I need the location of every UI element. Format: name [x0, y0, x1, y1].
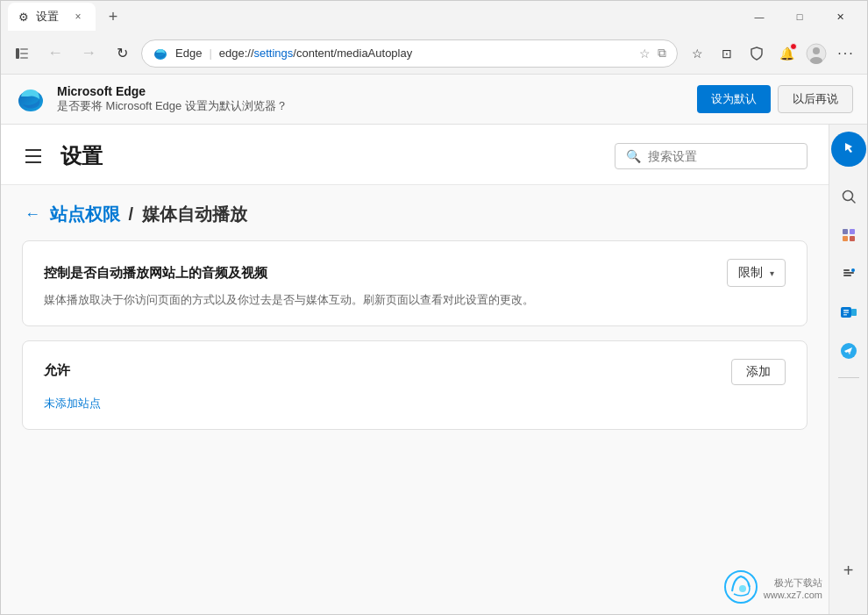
url-settings-part: settings: [254, 46, 294, 60]
sidebar-toggle-button[interactable]: [8, 39, 36, 68]
browser-essentials-button[interactable]: [743, 39, 771, 68]
bing-button[interactable]: [831, 132, 866, 167]
rp-add-button[interactable]: +: [833, 554, 864, 586]
address-url: edge://settings/content/mediaAutoplay: [219, 46, 412, 60]
svg-rect-22: [843, 312, 849, 314]
address-bar[interactable]: Edge | edge://settings/content/mediaAuto…: [141, 39, 678, 68]
breadcrumb: ← 站点权限 / 媒体自动播放: [1, 185, 829, 233]
notification-badge: [790, 43, 797, 50]
svg-rect-24: [851, 309, 857, 316]
svg-rect-12: [843, 229, 848, 234]
settings-tab[interactable]: ⚙ 设置 ×: [8, 3, 96, 31]
svg-rect-3: [20, 57, 28, 59]
rp-outlook-button[interactable]: [833, 297, 864, 328]
svg-rect-17: [843, 269, 850, 271]
notification-text: Microsoft Edge 是否要将 Microsoft Edge 设置为默认…: [57, 84, 687, 114]
card-header-row: 控制是否自动播放网站上的音频及视频 限制 ▾: [44, 259, 786, 287]
search-icon: 🔍: [626, 149, 641, 163]
breadcrumb-back-button[interactable]: ←: [22, 204, 43, 225]
edge-logo-large: [15, 83, 46, 115]
new-tab-button[interactable]: +: [101, 4, 125, 29]
later-button[interactable]: 以后再说: [778, 85, 853, 113]
right-panel-divider: [838, 377, 859, 378]
svg-point-7: [810, 57, 822, 64]
watermark-line1: 极光下载站: [764, 576, 822, 589]
back-button[interactable]: ←: [41, 39, 69, 68]
navbar: ← → ↻ Edge | edge://settings/content/med…: [1, 32, 867, 75]
control-card-title: 控制是否自动播放网站上的音频及视频: [44, 265, 267, 282]
shield-icon: [749, 46, 765, 61]
tab-close-button[interactable]: ×: [71, 10, 85, 24]
forward-button[interactable]: →: [75, 39, 103, 68]
tools-icon: [841, 266, 857, 282]
puzzle-icon: [841, 227, 857, 243]
breadcrumb-text: 站点权限 / 媒体自动播放: [50, 203, 247, 226]
refresh-button[interactable]: ↻: [108, 39, 136, 68]
outlook-icon: [840, 304, 857, 321]
set-default-button[interactable]: 设为默认: [697, 85, 771, 113]
favorite-icon[interactable]: ☆: [639, 46, 651, 61]
rp-extensions-button[interactable]: [833, 219, 864, 251]
svg-rect-23: [843, 314, 847, 316]
media-control-dropdown[interactable]: 限制 ▾: [727, 259, 786, 287]
content-area: 设置 🔍 ← 站点权限 / 媒体自动播放: [1, 125, 829, 614]
breadcrumb-parent-link[interactable]: 站点权限: [50, 204, 120, 224]
maximize-button[interactable]: □: [779, 1, 820, 32]
svg-point-6: [813, 47, 820, 54]
svg-point-27: [739, 585, 746, 592]
hamburger-menu[interactable]: [22, 144, 46, 168]
add-site-button[interactable]: 添加: [731, 359, 786, 385]
titlebar: ⚙ 设置 × + — □ ✕: [1, 1, 867, 32]
no-sites-message: 未添加站点: [44, 396, 786, 411]
split-view-icon[interactable]: ⧉: [658, 46, 666, 61]
notification-buttons: 设为默认 以后再说: [697, 85, 853, 113]
address-divider: |: [209, 46, 211, 60]
notification-banner: Microsoft Edge 是否要将 Microsoft Edge 设置为默认…: [1, 75, 867, 125]
rp-tools-button[interactable]: [833, 258, 864, 290]
svg-rect-13: [850, 229, 855, 234]
settings-title-area: 设置: [22, 142, 103, 170]
svg-rect-21: [843, 310, 849, 311]
svg-rect-0: [16, 48, 19, 59]
edge-favicon: [153, 46, 168, 61]
breadcrumb-separator: /: [129, 204, 139, 224]
settings-header: 设置 🔍: [1, 125, 829, 185]
sidebar-icon: [15, 46, 29, 61]
hamburger-line-1: [25, 149, 41, 151]
svg-rect-15: [850, 236, 855, 241]
breadcrumb-current-page: 媒体自动播放: [142, 204, 247, 224]
dropdown-arrow-icon: ▾: [770, 268, 774, 278]
tab-title: 设置: [36, 9, 59, 25]
url-path-part: /content/mediaAutoplay: [293, 46, 412, 60]
search-icon: [841, 189, 857, 204]
svg-rect-14: [843, 236, 848, 241]
watermark-text: 极光下载站 www.xz7.com: [764, 576, 822, 602]
watermark-line2: www.xz7.com: [764, 589, 822, 601]
control-card-description: 媒体播放取决于你访问页面的方式以及你过去是否与媒体互动。刷新页面以查看对此设置的…: [44, 292, 786, 308]
svg-rect-1: [20, 48, 28, 50]
navbar-right-icons: ☆ ⊡ 🔔 ···: [683, 39, 860, 68]
allow-card-header-row: 允许 添加: [44, 359, 786, 385]
rp-telegram-button[interactable]: [833, 335, 864, 367]
minimize-button[interactable]: —: [739, 1, 779, 32]
gear-icon: ⚙: [18, 11, 29, 24]
settings-page-title: 设置: [60, 142, 103, 170]
settings-search-input[interactable]: [648, 149, 796, 163]
close-button[interactable]: ✕: [820, 1, 860, 32]
collections-button[interactable]: ⊡: [713, 39, 741, 68]
telegram-icon: [840, 342, 857, 360]
settings-search-box[interactable]: 🔍: [615, 143, 808, 169]
bing-icon: [838, 139, 859, 160]
favorites-button[interactable]: ☆: [683, 39, 711, 68]
notification-subtitle: 是否要将 Microsoft Edge 设置为默认浏览器？: [57, 98, 687, 114]
hamburger-line-3: [25, 161, 41, 163]
profile-button[interactable]: [802, 39, 830, 68]
notification-title: Microsoft Edge: [57, 84, 687, 98]
notifications-button[interactable]: 🔔: [772, 39, 800, 68]
dropdown-value: 限制: [738, 265, 763, 281]
rp-search-button[interactable]: [833, 181, 864, 212]
svg-rect-16: [843, 272, 854, 274]
more-button[interactable]: ···: [832, 39, 860, 68]
cards-area: 控制是否自动播放网站上的音频及视频 限制 ▾ 媒体播放取决于你访问页面的方式以及…: [1, 233, 829, 451]
right-panel: +: [829, 125, 867, 614]
